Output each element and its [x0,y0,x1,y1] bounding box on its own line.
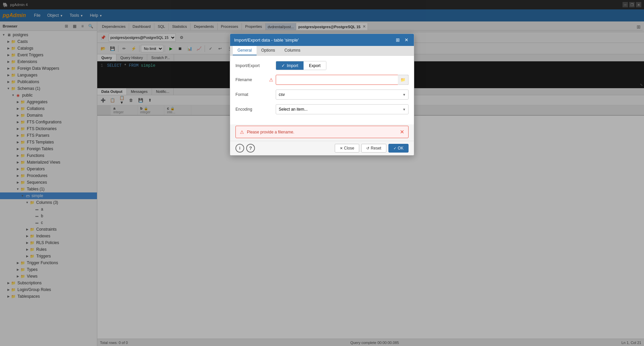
close-button[interactable]: ✕ Close [335,144,360,153]
modal-body: Import/Export ✓ Import Export Filename ⚠ [230,56,414,124]
modal-close-button[interactable]: ✕ [403,37,410,43]
modal-overlay: Import/Export data - table 'simple' ⊞ ✕ … [0,0,644,346]
import-label: Import [287,63,298,68]
error-close-button[interactable]: ✕ [400,129,404,135]
modal-title: Import/Export data - table 'simple' [234,38,299,43]
info-button[interactable]: i [235,144,244,153]
import-export-toggle: ✓ Import Export [276,61,326,70]
import-button[interactable]: ✓ Import [276,61,304,70]
help-button[interactable]: ? [246,144,255,153]
modal-tab-general[interactable]: General [233,46,257,55]
modal-tab-options[interactable]: Options [257,46,280,55]
modal-header: Import/Export data - table 'simple' ⊞ ✕ [230,34,414,46]
reset-icon: ↺ [366,146,369,151]
filename-row: Filename ⚠ 📁 [235,75,409,85]
ok-icon: ✓ [393,146,396,151]
import-export-label: Import/Export [235,63,276,68]
error-bar-icon: ⚠ [240,129,244,135]
encoding-row: Encoding Select an item... ▼ [235,104,409,114]
error-bar-left: ⚠ Please provide a filename. [240,129,294,135]
import-export-modal: Import/Export data - table 'simple' ⊞ ✕ … [230,34,414,156]
format-select[interactable]: csv text binary [276,90,409,100]
export-button[interactable]: Export [304,61,326,70]
encoding-select[interactable]: Select an item... [276,104,409,114]
modal-tab-columns[interactable]: Columns [280,46,305,55]
filename-browse-button[interactable]: 📁 [398,75,409,85]
footer-right: ✕ Close ↺ Reset ✓ OK [335,144,409,153]
filename-input[interactable] [276,75,409,85]
error-bar: ⚠ Please provide a filename. ✕ [235,126,409,138]
close-icon: ✕ [340,146,343,151]
modal-footer: i ? ✕ Close ↺ Reset ✓ OK [230,141,414,155]
encoding-label: Encoding [235,107,276,112]
modal-expand-button[interactable]: ⊞ [394,37,401,43]
checkmark-icon: ✓ [281,63,285,68]
reset-button[interactable]: ↺ Reset [361,144,386,153]
modal-tabs: General Options Columns [230,46,414,56]
ok-button[interactable]: ✓ OK [388,144,409,153]
filename-control: 📁 [276,75,409,85]
encoding-select-wrap: Select an item... ▼ [276,104,409,114]
filename-error-icon: ⚠ [269,77,273,82]
format-select-wrap: csv text binary ▼ [276,90,409,100]
import-export-row: Import/Export ✓ Import Export [235,61,409,70]
error-message: Please provide a filename. [247,130,294,134]
export-label: Export [309,63,321,68]
format-row: Format csv text binary ▼ [235,90,409,100]
footer-left: i ? [235,144,255,153]
format-label: Format [235,92,276,97]
modal-header-controls: ⊞ ✕ [394,37,410,43]
